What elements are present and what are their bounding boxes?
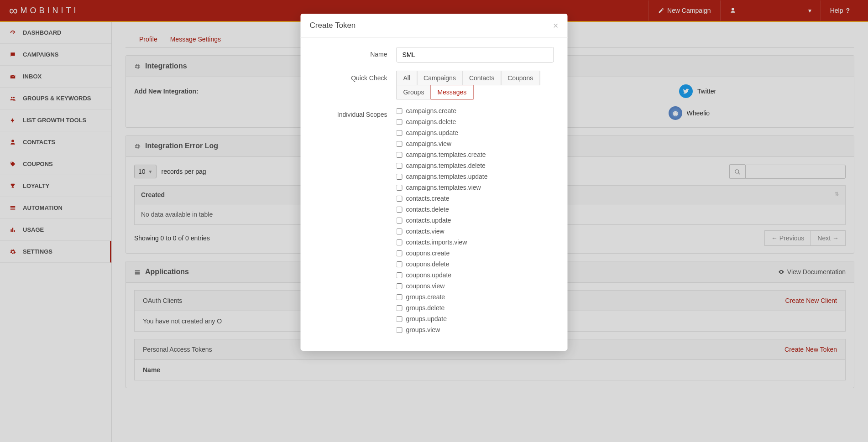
quick-check-groups[interactable]: Groups	[397, 85, 431, 99]
scope-contacts-update[interactable]: contacts.update	[397, 217, 554, 224]
scope-checkbox[interactable]	[397, 327, 403, 333]
scope-groups-update[interactable]: groups.update	[397, 315, 554, 322]
scope-campaigns-view[interactable]: campaigns.view	[397, 140, 554, 147]
scope-contacts-imports-view[interactable]: contacts.imports.view	[397, 239, 554, 246]
scope-label: coupons.delete	[406, 260, 450, 268]
scope-label: campaigns.templates.update	[406, 173, 488, 180]
scope-label: campaigns.templates.view	[406, 184, 481, 191]
scope-label: coupons.view	[406, 282, 445, 290]
scope-label: contacts.imports.view	[406, 239, 467, 246]
scope-coupons-delete[interactable]: coupons.delete	[397, 260, 554, 268]
quick-check-contacts[interactable]: Contacts	[462, 71, 501, 85]
scope-checkbox[interactable]	[397, 185, 403, 191]
scope-checkbox[interactable]	[397, 196, 403, 202]
scopes-list: campaigns.createcampaigns.deletecampaign…	[397, 107, 554, 333]
scope-checkbox[interactable]	[397, 218, 403, 224]
name-label: Name	[314, 47, 397, 62]
scope-checkbox[interactable]	[397, 283, 403, 289]
scope-groups-view[interactable]: groups.view	[397, 326, 554, 333]
scope-contacts-view[interactable]: contacts.view	[397, 228, 554, 235]
scope-checkbox[interactable]	[397, 141, 403, 147]
scope-checkbox[interactable]	[397, 261, 403, 267]
scope-label: coupons.update	[406, 271, 452, 279]
scope-checkbox[interactable]	[397, 119, 403, 125]
scope-checkbox[interactable]	[397, 239, 403, 245]
scope-checkbox[interactable]	[397, 130, 403, 136]
scope-label: campaigns.templates.create	[406, 151, 486, 158]
scope-label: campaigns.templates.delete	[406, 162, 486, 169]
scope-label: campaigns.view	[406, 140, 452, 147]
scope-label: groups.delete	[406, 304, 445, 312]
scope-campaigns-delete[interactable]: campaigns.delete	[397, 118, 554, 125]
scope-coupons-update[interactable]: coupons.update	[397, 271, 554, 279]
quick-check-coupons[interactable]: Coupons	[501, 71, 540, 85]
scope-label: groups.update	[406, 315, 447, 322]
quick-check-campaigns[interactable]: Campaigns	[417, 71, 463, 85]
modal-close-button[interactable]: ×	[553, 21, 559, 30]
scope-checkbox[interactable]	[397, 152, 403, 158]
scope-checkbox[interactable]	[397, 174, 403, 180]
scope-label: contacts.delete	[406, 206, 449, 213]
scope-checkbox[interactable]	[397, 272, 403, 278]
scopes-label: Individual Scopes	[314, 107, 397, 333]
scope-campaigns-templates-update[interactable]: campaigns.templates.update	[397, 173, 554, 180]
quick-check-messages[interactable]: Messages	[430, 85, 473, 99]
scope-coupons-create[interactable]: coupons.create	[397, 250, 554, 257]
modal-title: Create Token	[310, 21, 356, 30]
scope-label: campaigns.update	[406, 129, 458, 136]
scope-checkbox[interactable]	[397, 305, 403, 311]
scope-checkbox[interactable]	[397, 108, 403, 114]
scope-label: campaigns.delete	[406, 118, 456, 125]
scope-label: campaigns.create	[406, 107, 457, 114]
scope-label: groups.create	[406, 293, 445, 301]
scope-coupons-view[interactable]: coupons.view	[397, 282, 554, 290]
scope-checkbox[interactable]	[397, 207, 403, 213]
scope-campaigns-create[interactable]: campaigns.create	[397, 107, 554, 114]
scope-label: groups.view	[406, 326, 440, 333]
scope-checkbox[interactable]	[397, 163, 403, 169]
scope-label: contacts.create	[406, 195, 450, 202]
scope-campaigns-templates-delete[interactable]: campaigns.templates.delete	[397, 162, 554, 169]
quickcheck-label: Quick Check	[314, 71, 397, 99]
token-name-input[interactable]	[397, 47, 554, 62]
quick-check-group: AllCampaignsContactsCouponsGroupsMessage…	[397, 71, 554, 99]
create-token-modal: Create Token × Name Quick Check AllCampa…	[301, 14, 568, 351]
scope-label: coupons.create	[406, 250, 450, 257]
scope-groups-create[interactable]: groups.create	[397, 293, 554, 301]
quick-check-all[interactable]: All	[397, 71, 418, 85]
scope-checkbox[interactable]	[397, 250, 403, 256]
scope-contacts-delete[interactable]: contacts.delete	[397, 206, 554, 213]
scope-groups-delete[interactable]: groups.delete	[397, 304, 554, 312]
scope-campaigns-templates-view[interactable]: campaigns.templates.view	[397, 184, 554, 191]
scope-label: contacts.update	[406, 217, 451, 224]
scope-checkbox[interactable]	[397, 316, 403, 322]
scope-campaigns-update[interactable]: campaigns.update	[397, 129, 554, 136]
scope-label: contacts.view	[406, 228, 444, 235]
scope-checkbox[interactable]	[397, 294, 403, 300]
scope-checkbox[interactable]	[397, 229, 403, 234]
scope-contacts-create[interactable]: contacts.create	[397, 195, 554, 202]
scope-campaigns-templates-create[interactable]: campaigns.templates.create	[397, 151, 554, 158]
